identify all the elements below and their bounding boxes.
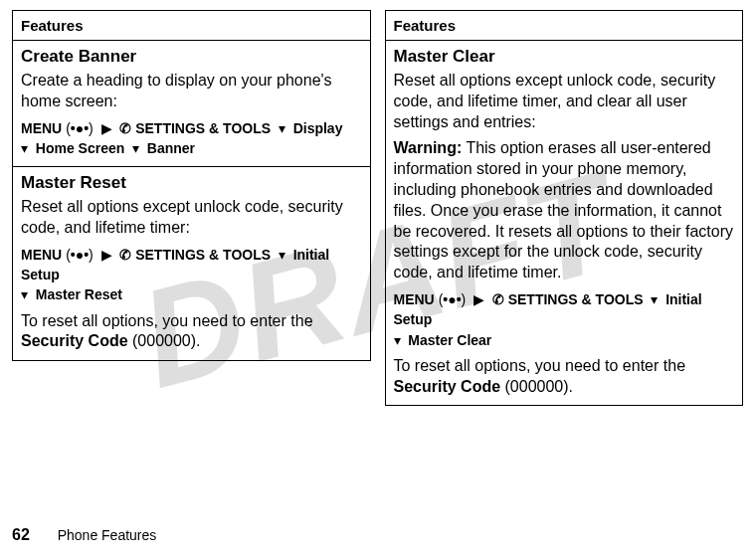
master-reset-section: Master Reset Reset all options except un… [13,166,370,360]
master-clear-label: Master Clear [408,332,491,348]
down-icon: ▾ [21,286,28,302]
master-reset-note: To reset all options, you need to enter … [21,311,362,353]
right-box: Features Master Clear Reset all options … [385,10,744,406]
master-clear-note: To reset all options, you need to enter … [394,356,735,398]
center-key-icon: •●• [71,120,89,136]
right-features-header: Features [386,11,743,40]
master-reset-title: Master Reset [21,173,362,193]
down-icon: ▾ [279,120,285,136]
down-icon: ▾ [279,247,285,263]
center-key-icon: •●• [443,291,461,307]
down-icon: ▾ [651,291,658,307]
tools-icon: ✆ [119,120,131,136]
arrow-icon: ▶ [473,291,484,307]
page-number: 62 [12,526,30,543]
warning-text: This option erases all user-entered info… [394,139,734,280]
left-column: Features Create Banner Create a heading … [12,10,371,406]
create-banner-path: MENU (•●•) ▶ ✆ SETTINGS & TOOLS ▾ Displa… [21,118,362,159]
security-code-label: Security Code [394,378,501,395]
master-clear-desc: Reset all options except unlock code, se… [394,71,735,132]
create-banner-desc: Create a heading to display on your phon… [21,71,362,112]
note-prefix: To reset all options, you need to enter … [394,357,686,374]
security-code-label: Security Code [21,332,128,349]
left-box: Features Create Banner Create a heading … [12,10,371,361]
content-columns: Features Create Banner Create a heading … [0,0,755,406]
master-reset-path: MENU (•●•) ▶ ✆ SETTINGS & TOOLS ▾ Initia… [21,245,362,305]
settings-tools-label: SETTINGS & TOOLS [508,291,644,307]
note-suffix: (000000). [128,332,201,349]
banner-label: Banner [147,140,195,156]
footer-label: Phone Features [58,527,157,543]
down-icon: ▾ [394,332,401,348]
settings-tools-label: SETTINGS & TOOLS [135,120,271,136]
menu-label: MENU [21,247,62,263]
down-icon: ▾ [132,140,139,156]
paren-close: ) [462,291,467,307]
master-clear-path: MENU (•●•) ▶ ✆ SETTINGS & TOOLS ▾ Initia… [394,289,735,350]
master-clear-section: Master Clear Reset all options except un… [386,40,743,405]
paren-close: ) [89,247,94,263]
arrow-icon: ▶ [101,247,112,263]
master-reset-label: Master Reset [36,286,122,302]
master-clear-warning: Warning: This option erases all user-ent… [394,138,735,283]
master-clear-title: Master Clear [394,47,735,67]
create-banner-section: Create Banner Create a heading to displa… [13,40,370,166]
paren-close: ) [89,120,94,136]
down-icon: ▾ [21,140,28,156]
tools-icon: ✆ [119,247,131,263]
tools-icon: ✆ [492,291,504,307]
page-footer: 62 Phone Features [12,526,156,544]
note-suffix: (000000). [500,378,573,395]
settings-tools-label: SETTINGS & TOOLS [135,247,271,263]
menu-label: MENU [21,120,62,136]
create-banner-title: Create Banner [21,47,362,67]
left-features-header: Features [13,11,370,40]
menu-label: MENU [394,291,435,307]
home-screen-label: Home Screen [36,140,124,156]
note-prefix: To reset all options, you need to enter … [21,312,313,329]
master-reset-desc: Reset all options except unlock code, se… [21,197,362,239]
center-key-icon: •●• [71,247,89,263]
warning-label: Warning: [394,139,463,156]
arrow-icon: ▶ [101,120,112,136]
right-column: Features Master Clear Reset all options … [385,10,744,406]
display-label: Display [293,120,343,136]
